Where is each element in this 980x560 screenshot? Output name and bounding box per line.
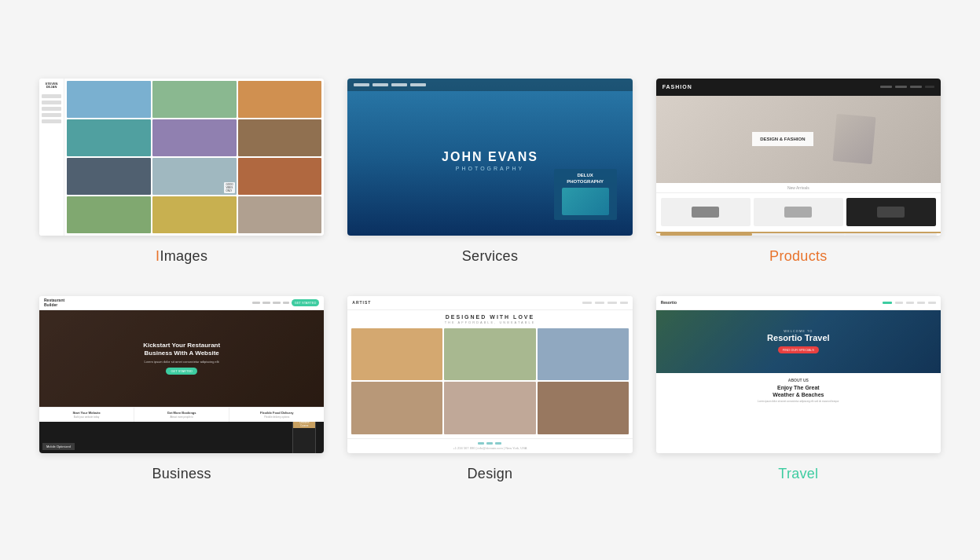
biz-feat-3-sub: Flexible delivery options — [233, 415, 321, 419]
prod-item-2 — [754, 198, 843, 226]
design-preview: ARTIST DESIGNED WITH LOVE THE AFFORDABLE… — [347, 296, 632, 453]
products-tabs — [656, 232, 941, 236]
services-nav — [347, 79, 632, 91]
travel-content: ABOUT US Enjoy The GreatWeather & Beache… — [656, 373, 941, 453]
business-hero-sub: Lorem ipsum dolor sit amet consectetur a… — [145, 360, 219, 364]
design-cell-4 — [351, 382, 442, 434]
gallery-item-products[interactable]: FASHION DESIGN & FASHION New Arriva — [656, 79, 941, 265]
nav-item-2 — [373, 83, 388, 86]
des-nav-1 — [582, 302, 592, 304]
design-cell-1 — [351, 328, 442, 381]
photo-cell-6 — [238, 119, 322, 156]
biz-feat-1-title: Start Your Website — [42, 411, 130, 415]
products-hero-text: DESIGN & FASHION — [752, 132, 813, 146]
phone-header: DeliciousCuisine — [293, 422, 315, 428]
travel-hero: WELCOME TO Resortio Travel FIND OUR SPEC… — [656, 310, 941, 373]
biz-feat-2: Get More Bookings Attract more people to — [134, 408, 229, 422]
services-label: Services — [462, 248, 518, 265]
images-nav-1 — [42, 94, 61, 98]
des-social-1 — [478, 442, 484, 445]
prod-tab-1 — [660, 233, 752, 236]
biz-nav-2 — [262, 302, 270, 304]
prod-nav-2 — [895, 86, 907, 88]
prod-tab-2 — [752, 233, 844, 236]
trav-nav-home — [883, 302, 892, 304]
thumbnail-travel[interactable]: Resortio WELCOME TO Resortio Travel FIND… — [656, 296, 941, 453]
services-overlay-card: DELUXPHOTOGRAPHY — [554, 169, 617, 220]
images-logo: STEVENDEJAN — [42, 82, 61, 90]
good-vibes-label: GOODVIBESONLY — [224, 182, 234, 193]
gallery-item-services[interactable]: JOHN EVANS PHOTOGRAPHY DELUXPHOTOGRAPHY … — [347, 79, 632, 265]
photo-cell-1 — [67, 81, 151, 118]
images-nav-4 — [42, 113, 61, 117]
des-nav-2 — [595, 302, 604, 304]
images-nav-3 — [42, 107, 61, 111]
images-label: IImages — [156, 248, 207, 265]
trav-nav-about — [895, 302, 903, 304]
prod-img-1 — [692, 207, 719, 218]
thumbnail-business[interactable]: RestaurantBuilder GET STARTED Kickstart … — [39, 296, 324, 453]
nav-item-1 — [354, 83, 369, 86]
thumbnail-services[interactable]: JOHN EVANS PHOTOGRAPHY DELUXPHOTOGRAPHY — [347, 79, 632, 236]
nav-item-3 — [391, 83, 407, 86]
photo-cell-8: GOODVIBESONLY — [152, 158, 237, 195]
products-items — [656, 192, 941, 231]
travel-about-label: ABOUT US — [661, 378, 936, 382]
prod-item-1 — [661, 198, 751, 226]
biz-nav-3 — [273, 302, 281, 304]
photo-cell-12 — [238, 196, 322, 233]
images-sidebar: STEVENDEJAN — [39, 79, 64, 236]
thumbnail-design[interactable]: ARTIST DESIGNED WITH LOVE THE AFFORDABLE… — [347, 296, 632, 453]
gallery-grid: STEVENDEJAN GOODVIBESONLY — [0, 47, 980, 514]
products-nav-links — [880, 86, 934, 88]
travel-nav: Resortio — [656, 296, 941, 310]
photo-cell-5 — [152, 119, 237, 156]
design-nav: ARTIST — [347, 296, 632, 310]
thumbnail-images[interactable]: STEVENDEJAN GOODVIBESONLY — [39, 79, 324, 236]
services-card-img — [562, 188, 609, 215]
gallery-item-business[interactable]: RestaurantBuilder GET STARTED Kickstart … — [39, 296, 324, 482]
design-cell-3 — [538, 328, 629, 381]
biz-feat-3-title: Flexible Food Delivery — [233, 411, 321, 415]
gallery-item-travel[interactable]: Resortio WELCOME TO Resortio Travel FIND… — [656, 296, 941, 482]
images-nav-2 — [42, 101, 61, 104]
biz-feat-3: Flexible Food Delivery Flexible delivery… — [229, 408, 324, 422]
trav-nav-tours — [917, 302, 925, 304]
business-features: Start Your Website Build your website to… — [39, 407, 324, 422]
services-sub-title: PHOTOGRAPHY — [456, 166, 524, 171]
biz-nav-1 — [252, 302, 260, 304]
design-footer: +1 234 567 890 | info@domain.com | New Y… — [347, 438, 632, 453]
prod-nav-1 — [880, 86, 892, 88]
travel-preview: Resortio WELCOME TO Resortio Travel FIND… — [656, 296, 941, 453]
photo-cell-9 — [238, 158, 322, 195]
design-logo: ARTIST — [352, 300, 371, 305]
biz-feat-2-sub: Attract more people to — [138, 415, 226, 419]
gallery-item-design[interactable]: ARTIST DESIGNED WITH LOVE THE AFFORDABLE… — [347, 296, 632, 482]
gallery-item-images[interactable]: STEVENDEJAN GOODVIBESONLY — [39, 79, 324, 265]
services-card-title: DELUXPHOTOGRAPHY — [567, 173, 604, 185]
photo-cell-11 — [152, 196, 237, 233]
des-social-3 — [495, 442, 501, 445]
design-contact: +1 234 567 890 | info@domain.com | New Y… — [351, 446, 629, 450]
prod-tab-3 — [845, 233, 937, 236]
prod-img-2 — [784, 207, 812, 218]
photo-cell-7 — [67, 158, 151, 195]
travel-label: Travel — [778, 466, 818, 482]
trav-nav-contact — [906, 302, 914, 304]
images-nav-5 — [42, 119, 61, 123]
nav-item-4 — [410, 83, 426, 86]
services-preview: JOHN EVANS PHOTOGRAPHY DELUXPHOTOGRAPHY — [347, 79, 632, 236]
business-phone-mockup: DeliciousCuisine — [292, 422, 316, 453]
trav-nav-gallery — [928, 302, 936, 304]
thumbnail-products[interactable]: FASHION DESIGN & FASHION New Arriva — [656, 79, 941, 236]
biz-feat-1-sub: Build your website today — [42, 415, 130, 419]
prod-img-3 — [877, 207, 905, 218]
photo-cell-2 — [152, 81, 237, 118]
products-brand: FASHION — [663, 84, 692, 90]
business-hero-cta: GET STARTED — [166, 368, 197, 375]
photo-cell-3 — [238, 81, 322, 118]
travel-about-text: Lorem ipsum dolor sit amet consectetur a… — [661, 400, 936, 403]
images-photo-grid: GOODVIBESONLY — [64, 79, 324, 236]
prod-nav-3 — [910, 86, 922, 88]
des-nav-3 — [607, 302, 617, 304]
